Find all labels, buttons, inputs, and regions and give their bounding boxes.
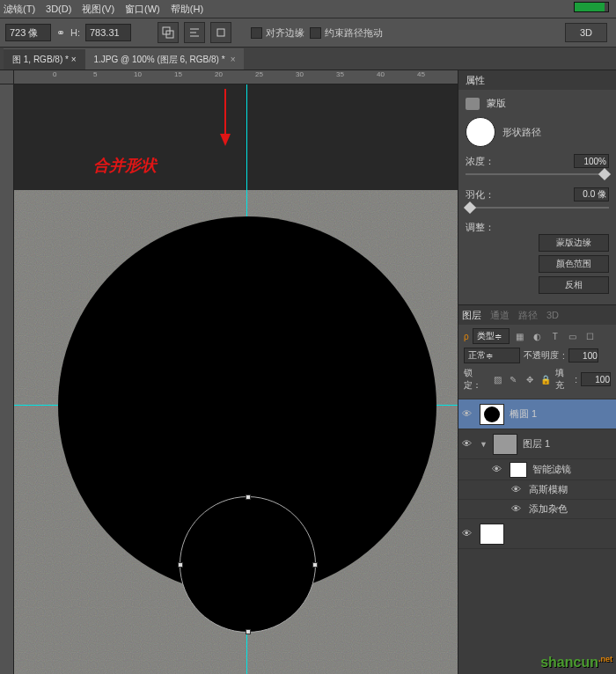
layer-thumbnail[interactable] <box>493 434 517 455</box>
feather-input[interactable] <box>574 187 609 201</box>
menu-filter[interactable]: 滤镜(T) <box>4 3 35 16</box>
density-input[interactable] <box>574 154 609 168</box>
constrain-label: 约束路径拖动 <box>325 26 383 40</box>
paths-tab[interactable]: 路径 <box>518 309 538 322</box>
visibility-icon[interactable]: 👁 <box>511 484 524 496</box>
opacity-input[interactable] <box>568 348 598 363</box>
3d-tab[interactable]: 3D <box>546 310 559 320</box>
svg-marker-7 <box>220 134 231 146</box>
filter-pixel-icon[interactable]: ▦ <box>513 329 527 343</box>
align-edges-checkbox[interactable] <box>251 27 262 39</box>
collapse-icon[interactable]: ▼ <box>480 440 488 449</box>
panels-right: 属性 蒙版 形状路径 浓度： 羽化： <box>458 70 616 674</box>
layers-tab[interactable]: 图层 <box>462 309 481 322</box>
channels-tab[interactable]: 通道 <box>490 309 510 322</box>
layer-row-gaussian-blur[interactable]: 👁 高斯模糊 <box>458 480 616 500</box>
close-icon[interactable]: × <box>231 55 236 64</box>
canvas-region[interactable]: 05 1015 2025 3035 4045 50 <box>0 70 458 674</box>
lock-transparent-icon[interactable]: ▨ <box>491 372 503 386</box>
arrow-icon <box>208 84 243 155</box>
fill-label: 填充 <box>555 367 571 392</box>
layer-name: 智能滤镜 <box>532 463 571 476</box>
visibility-icon[interactable]: 👁 <box>492 464 504 476</box>
properties-panel: 属性 蒙版 形状路径 浓度： 羽化： <box>458 70 616 305</box>
menu-help[interactable]: 帮助(H) <box>171 3 203 16</box>
doc-tab-1[interactable]: 图 1, RGB/8) * × <box>4 48 85 70</box>
arrange-button[interactable] <box>210 22 231 43</box>
layer-row-bg[interactable]: 👁 <box>458 519 616 549</box>
menu-3d[interactable]: 3D(D) <box>46 4 71 14</box>
mask-edge-button[interactable]: 蒙版边缘 <box>539 234 609 252</box>
3d-button[interactable]: 3D <box>565 23 607 42</box>
svg-rect-5 <box>217 29 224 36</box>
blend-mode-select[interactable]: 正常 ≑ <box>464 348 520 363</box>
constrain-checkbox[interactable] <box>310 27 321 39</box>
adjust-label: 调整： <box>466 222 495 232</box>
visibility-icon[interactable]: 👁 <box>462 438 474 451</box>
layer-row-smart-filters[interactable]: 👁 智能滤镜 <box>458 459 616 480</box>
visibility-icon[interactable]: 👁 <box>462 408 474 421</box>
feather-label: 羽化： <box>466 188 495 201</box>
watermark: shancun.net <box>540 655 612 670</box>
ellipse-shape-small[interactable] <box>180 496 316 633</box>
layer-row-add-noise[interactable]: 👁 添加杂色 <box>458 500 616 519</box>
layer-thumbnail[interactable] <box>480 404 504 425</box>
shape-thumbnail[interactable] <box>466 117 495 147</box>
filter-mask-thumbnail[interactable] <box>510 462 527 478</box>
shape-path-label: 形状路径 <box>502 126 541 139</box>
layer-name[interactable]: 高斯模糊 <box>529 483 568 496</box>
layer-name[interactable]: 添加杂色 <box>529 502 568 516</box>
ruler-horizontal: 05 1015 2025 3035 4045 50 <box>14 70 458 84</box>
options-bar: ⚭ H: 对齐边缘 约束路径拖动 3D <box>0 18 616 48</box>
doc-tab-2[interactable]: 1.JPG @ 100% (图层 6, RGB/8) *× <box>85 48 245 70</box>
menu-window[interactable]: 窗口(W) <box>125 3 160 16</box>
combine-shapes-button[interactable] <box>158 22 179 43</box>
visibility-icon[interactable]: 👁 <box>462 528 474 540</box>
filter-text-icon[interactable]: T <box>548 329 562 343</box>
visibility-icon[interactable]: 👁 <box>511 503 524 516</box>
layer-name[interactable]: 图层 1 <box>523 437 550 451</box>
filter-smart-icon[interactable]: ☐ <box>583 329 598 343</box>
lock-position-icon[interactable]: ✥ <box>524 372 536 386</box>
feather-slider[interactable] <box>466 207 609 209</box>
ruler-vertical <box>0 84 14 674</box>
link-wh-icon[interactable]: ⚭ <box>56 26 65 39</box>
layer-list: 👁 椭圆 1 👁 ▼ 图层 1 👁 智能滤镜 👁 高斯模糊 <box>458 399 616 674</box>
height-label: H: <box>70 27 80 38</box>
layers-panel: 图层 通道 路径 3D ρ 类型 ≑ ▦ ◐ T ▭ ☐ 正常 ≑ 不透明度: <box>458 305 616 674</box>
color-range-button[interactable]: 颜色范围 <box>539 255 609 273</box>
density-label: 浓度： <box>466 155 495 168</box>
opacity-label: 不透明度 <box>524 349 559 362</box>
gpu-indicator-icon <box>574 2 609 12</box>
filter-type-select[interactable]: 类型 ≑ <box>473 328 510 344</box>
layer-name[interactable]: 椭圆 1 <box>510 407 537 421</box>
layer-row-layer1[interactable]: 👁 ▼ 图层 1 <box>458 429 616 459</box>
invert-button[interactable]: 反相 <box>539 276 609 294</box>
menu-view[interactable]: 视图(V) <box>82 3 114 16</box>
layer-thumbnail[interactable] <box>480 524 504 545</box>
lock-label: 锁定： <box>464 367 488 392</box>
height-input[interactable] <box>85 24 131 41</box>
density-slider[interactable] <box>466 173 609 175</box>
width-input[interactable] <box>5 24 51 41</box>
align-button[interactable] <box>184 22 205 43</box>
lock-paint-icon[interactable]: ✎ <box>507 372 519 386</box>
align-edges-label: 对齐边缘 <box>266 26 304 40</box>
layer-row-ellipse[interactable]: 👁 椭圆 1 <box>458 399 616 429</box>
properties-tab[interactable]: 属性 <box>466 74 485 87</box>
menu-bar: 滤镜(T) 3D(D) 视图(V) 窗口(W) 帮助(H) <box>0 0 616 18</box>
filter-adjust-icon[interactable]: ◐ <box>531 329 545 343</box>
handwritten-annotation: 合并形状 <box>93 111 157 176</box>
lock-all-icon[interactable]: 🔒 <box>539 372 552 386</box>
mask-icon <box>466 98 480 110</box>
document-tabs: 图 1, RGB/8) * × 1.JPG @ 100% (图层 6, RGB/… <box>0 48 616 70</box>
filter-shape-icon[interactable]: ▭ <box>566 329 580 343</box>
mask-label: 蒙版 <box>487 97 506 110</box>
fill-input[interactable] <box>581 372 611 386</box>
ruler-corner <box>0 70 14 84</box>
